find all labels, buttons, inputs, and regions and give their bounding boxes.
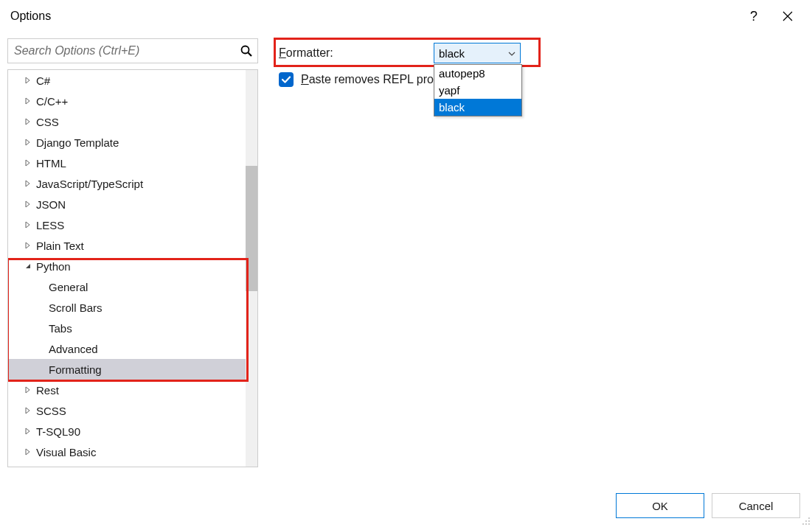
settings-panel: Formatter: black autopep8yapfblack Paste…: [258, 38, 805, 467]
arrow-collapsed-icon[interactable]: [23, 427, 33, 435]
tree-item-label: Plain Text: [36, 240, 84, 252]
arrow-collapsed-icon[interactable]: [23, 200, 33, 208]
window-title: Options: [10, 10, 737, 23]
formatter-combobox[interactable]: black autopep8yapfblack: [434, 43, 521, 63]
formatter-dropdown-list: autopep8yapfblack: [434, 64, 522, 116]
close-button[interactable]: [771, 4, 805, 28]
tree-item-label: T-SQL90: [36, 425, 80, 438]
arrow-collapsed-icon[interactable]: [23, 180, 33, 187]
title-bar: Options ?: [0, 0, 812, 32]
paste-removes-repl-checkbox[interactable]: [279, 72, 294, 87]
tree-item-label: SCSS: [36, 405, 66, 417]
tree-item-scss[interactable]: SCSS: [8, 400, 246, 421]
search-box[interactable]: [7, 38, 258, 63]
paste-removes-repl-row[interactable]: Paste removes REPL prompts: [279, 72, 805, 87]
tree-item-python[interactable]: Python: [8, 256, 246, 276]
arrow-collapsed-icon[interactable]: [23, 386, 33, 394]
options-tree: C#C/C++CSSDjango TemplateHTMLJavaScript/…: [7, 69, 258, 467]
arrow-collapsed-icon[interactable]: [23, 139, 33, 146]
svg-point-7: [808, 523, 810, 525]
ok-button[interactable]: OK: [616, 493, 704, 518]
tree-item-c-[interactable]: C#: [8, 70, 246, 91]
resize-grip-icon[interactable]: [800, 515, 811, 526]
svg-point-3: [805, 520, 807, 522]
arrow-collapsed-icon[interactable]: [23, 242, 33, 249]
svg-point-0: [242, 46, 249, 54]
tree-item-rest[interactable]: Rest: [8, 380, 246, 400]
svg-point-4: [808, 520, 810, 522]
tree-item-html[interactable]: HTML: [8, 153, 246, 173]
tree-item-label: Scroll Bars: [49, 301, 103, 314]
arrow-collapsed-icon[interactable]: [23, 77, 33, 84]
check-icon: [281, 74, 291, 85]
tree-item-label: Rest: [36, 384, 59, 397]
arrow-collapsed-icon[interactable]: [23, 159, 33, 167]
tree-item-visual-basic[interactable]: Visual Basic: [8, 442, 246, 462]
formatter-option-autopep8[interactable]: autopep8: [434, 65, 521, 82]
formatter-value: black: [439, 47, 465, 60]
formatter-label: Formatter:: [279, 46, 434, 60]
formatter-option-yapf[interactable]: yapf: [434, 82, 521, 99]
tree-item-label: CSS: [36, 116, 59, 128]
tree-item-label: Python: [36, 260, 71, 273]
tree-item-javascript-typescript[interactable]: JavaScript/TypeScript: [8, 173, 246, 194]
tree-item-general[interactable]: General: [8, 276, 246, 297]
svg-point-2: [808, 517, 810, 519]
left-panel: C#C/C++CSSDjango TemplateHTMLJavaScript/…: [7, 38, 258, 467]
close-icon: [782, 11, 793, 21]
svg-point-6: [805, 523, 807, 525]
tree-item-label: JSON: [36, 198, 66, 211]
tree-item-t-sql90[interactable]: T-SQL90: [8, 421, 246, 442]
tree-item-label: HTML: [36, 157, 66, 170]
content-area: C#C/C++CSSDjango TemplateHTMLJavaScript/…: [0, 32, 812, 467]
tree-scrollbar-thumb[interactable]: [246, 166, 257, 291]
help-button[interactable]: ?: [737, 4, 771, 28]
arrow-collapsed-icon[interactable]: [23, 97, 33, 105]
tree-scrollbar-track[interactable]: [246, 70, 257, 467]
tree-item-scroll-bars[interactable]: Scroll Bars: [8, 297, 246, 318]
tree-item-label: C#: [36, 74, 50, 87]
search-input[interactable]: [8, 44, 235, 57]
cancel-button[interactable]: Cancel: [712, 493, 800, 518]
arrow-collapsed-icon[interactable]: [23, 407, 33, 414]
tree-item-c-c-[interactable]: C/C++: [8, 91, 246, 111]
tree-item-label: Formatting: [49, 363, 102, 376]
tree-item-plain-text[interactable]: Plain Text: [8, 235, 246, 256]
tree-item-label: Tabs: [49, 322, 72, 335]
tree-item-formatting[interactable]: Formatting: [8, 359, 246, 380]
search-icon[interactable]: [235, 44, 257, 57]
tree-item-django-template[interactable]: Django Template: [8, 132, 246, 153]
tree-item-tabs[interactable]: Tabs: [8, 318, 246, 338]
tree-item-json[interactable]: JSON: [8, 194, 246, 214]
arrow-collapsed-icon[interactable]: [23, 118, 33, 125]
dialog-footer: OK Cancel: [616, 493, 800, 518]
tree-item-label: Advanced: [49, 343, 98, 355]
arrow-collapsed-icon[interactable]: [23, 448, 33, 456]
tree-item-css[interactable]: CSS: [8, 111, 246, 132]
svg-point-5: [802, 523, 804, 525]
tree-item-label: Django Template: [36, 136, 119, 149]
chevron-down-icon: [508, 49, 516, 57]
formatter-row: Formatter: black autopep8yapfblack: [279, 41, 805, 65]
svg-line-1: [249, 53, 252, 57]
tree-item-advanced[interactable]: Advanced: [8, 338, 246, 359]
arrow-expanded-icon[interactable]: [23, 262, 33, 270]
formatter-option-black[interactable]: black: [434, 99, 521, 116]
tree-item-label: LESS: [36, 219, 64, 231]
arrow-collapsed-icon[interactable]: [23, 221, 33, 228]
tree-item-less[interactable]: LESS: [8, 214, 246, 235]
tree-item-label: General: [49, 281, 88, 293]
tree-item-label: Visual Basic: [36, 446, 96, 458]
tree-item-label: JavaScript/TypeScript: [36, 178, 143, 190]
tree-item-label: C/C++: [36, 95, 68, 108]
